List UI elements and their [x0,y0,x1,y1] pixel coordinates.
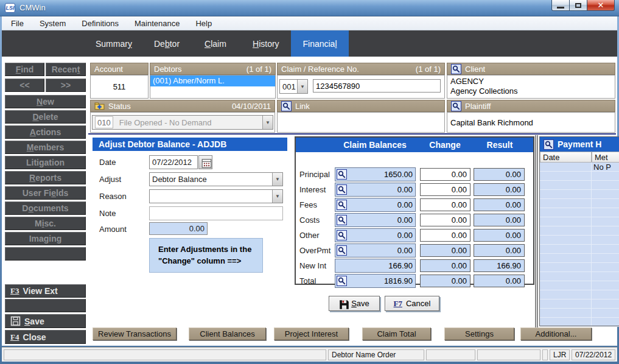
balance-row-principal: Principal 1650.00 0.00 0.00 [296,167,533,181]
status-combo[interactable]: 010 File Opened - No Demand ▼ [92,115,273,130]
balance-row-overpmt: OverPmt 0.00 0.00 0.00 [296,243,533,257]
sidebar-delete-button[interactable]: Delete [5,110,86,124]
result-col-title: Result [472,138,527,152]
claim-number-dropdown-arrow[interactable]: ▼ [297,80,307,93]
project-interest-button[interactable]: Project Interest [274,327,349,340]
sidebar-actions-button[interactable]: Actions [5,125,86,139]
claim-count: (1 of 1) [416,65,441,74]
date-field[interactable]: 07/22/2012 [149,155,198,169]
sidebar-imaging-button[interactable]: Imaging [5,232,86,245]
payment-row [540,290,619,299]
note-label: Note [99,209,116,218]
claim-reference-body: 001 ▼ [277,75,445,99]
additional-button[interactable]: Additional... [520,327,592,340]
calendar-button[interactable] [198,155,212,169]
sidebar-find-button[interactable]: Find [5,63,44,76]
payment-row [540,199,619,208]
plaintiff-zoom-icon[interactable] [451,101,461,111]
sidebar-misc-button[interactable]: Misc. [5,217,86,230]
balance-row-fees: Fees 0.00 0.00 0.00 [296,198,533,212]
fees-result-field: 0.00 [474,198,525,211]
other-change-field[interactable]: 0.00 [420,229,470,242]
zoom-icon[interactable] [337,169,347,180]
amount-label: Amount [99,225,127,234]
status-date: 04/10/2011 [232,102,271,111]
status-dropdown-arrow[interactable]: ▼ [262,116,273,129]
zoom-icon[interactable] [337,215,347,225]
payment-history-zoom-icon[interactable] [544,139,554,150]
payment-row [540,281,619,290]
sidebar-reports-button[interactable]: Reports [5,171,86,184]
payment-row [540,181,619,190]
balance-row-interest: Interest 0.00 0.00 0.00 [296,183,533,197]
save-button[interactable]: Save [329,296,380,311]
zoom-icon[interactable] [337,200,347,210]
menu-file[interactable]: File [11,19,24,28]
principal-balance-field: 1650.00 [335,167,416,181]
tab-debtor[interactable]: Debtor [154,30,180,57]
adjust-type-combo[interactable]: Debtor Balance ▼ [149,172,283,186]
column-method[interactable]: Met [592,152,619,163]
balance-row-costs: Costs 0.00 0.00 0.00 [296,213,533,227]
tab-summary[interactable]: Summary [96,30,132,57]
sidebar-previous-button[interactable]: << [5,79,44,92]
minimize-button[interactable] [551,0,570,11]
balance-row-total: Total 1816.90 0.00 0.00 [296,274,533,288]
zoom-icon[interactable] [337,276,347,286]
debtors-list: (001) Abner/Norm L. [150,75,276,99]
interest-change-field[interactable]: 0.00 [420,183,470,196]
folder-plus-icon[interactable] [94,101,105,111]
fees-change-field[interactable]: 0.00 [420,198,470,211]
balance-row-other: Other 0.00 0.00 0.00 [296,228,533,242]
payment-row [540,226,619,236]
reference-number-input[interactable] [313,79,441,93]
column-date[interactable]: Date [540,152,592,163]
costs-change-field[interactable]: 0.00 [420,214,470,226]
claim-number-combo[interactable]: 001 ▼ [279,79,308,94]
zoom-icon[interactable] [337,230,347,240]
menu-system[interactable]: System [40,19,66,28]
cancel-button[interactable]: F7Cancel [385,296,439,311]
tab-history[interactable]: History [253,30,279,57]
principal-result-field: 0.00 [474,168,525,181]
sidebar-litigation-button[interactable]: Litigation [5,156,86,169]
close-button[interactable]: ✕ [587,0,615,11]
sidebar-new-button[interactable]: New [5,95,86,108]
review-transactions-button[interactable]: Review Transactions [93,327,177,340]
sidebar-documents-button[interactable]: Documents [5,201,86,215]
settings-button[interactable]: Settings [444,327,514,340]
menu-maintenance[interactable]: Maintenance [135,19,180,28]
menu-help[interactable]: Help [195,19,212,28]
adjustment-hint: Enter Adjustments in the "Change" column… [149,238,263,273]
menu-definitions[interactable]: Definitions [82,19,119,28]
principal-change-field[interactable]: 0.00 [420,168,470,181]
interest-balance-field: 0.00 [335,183,416,197]
adjust-dropdown-arrow[interactable]: ▼ [272,173,282,186]
sidebar-save-button[interactable]: Save [5,314,86,328]
link-zoom-icon[interactable] [281,101,292,111]
amount-field[interactable]: 0.00 [149,222,208,235]
claim-total-button[interactable]: Claim Total [362,327,431,340]
status-header: Status04/10/2011 [90,100,275,112]
client-zoom-icon[interactable] [451,64,461,74]
plaintiff-body: Capital Bank Richmond [447,112,615,133]
reason-dropdown-arrow[interactable]: ▼ [272,190,282,203]
tab-financial[interactable]: Financial [291,30,349,57]
sidebar-recent-button[interactable]: Recent [46,63,86,76]
maximize-button[interactable] [570,0,587,11]
panel-splitter[interactable] [535,135,538,327]
debtor-list-item-selected[interactable]: (001) Abner/Norm L. [150,75,275,86]
sidebar-user-fields-button[interactable]: User Fields [5,186,86,200]
client-balances-button[interactable]: Client Balances [189,327,266,340]
note-input[interactable] [149,206,283,220]
reason-combo[interactable]: ▼ [149,189,283,203]
sidebar-members-button[interactable]: Members [5,141,86,154]
status-code: 010 [95,116,113,128]
account-header: Account [90,63,149,75]
tab-claim[interactable]: Claim [205,30,226,57]
zoom-icon[interactable] [337,184,347,195]
sidebar-close-button[interactable]: F4Close [5,330,86,344]
zoom-icon[interactable] [337,245,347,256]
sidebar-next-button[interactable]: >> [46,79,86,92]
sidebar-view-ext-button[interactable]: F3View Ext [5,284,86,298]
